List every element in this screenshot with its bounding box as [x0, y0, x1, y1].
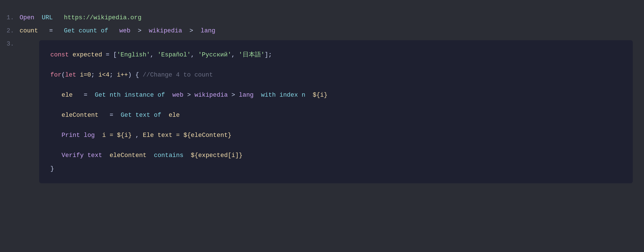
url-value: https://wikipedia.org — [64, 14, 141, 21]
line-2-content: count = Get count of web > wikipedia > l… — [20, 26, 644, 36]
line-2: 2. count = Get count of web > wikipedia … — [0, 24, 644, 37]
closing-brace: } — [50, 163, 54, 175]
i-var-init: i=0 — [80, 70, 91, 81]
url-keyword: URL — [42, 14, 53, 21]
line-3: 3. const expected = ['English', 'Español… — [0, 37, 644, 188]
path-wikipedia: wikipedia — [149, 27, 182, 34]
expected-var: expected — [72, 49, 102, 61]
const-line: const expected = ['English', 'Español', … — [50, 48, 622, 61]
open-keyword: Open — [20, 14, 34, 21]
ele-content-var: eleContent — [62, 110, 98, 121]
template-i: ${i} — [313, 90, 328, 101]
ele-arrow-1: > — [187, 90, 191, 101]
print-comma: , — [135, 130, 139, 141]
path-lang: lang — [201, 27, 215, 34]
string-russian: 'Русский' — [198, 49, 231, 61]
brace-open: { — [135, 70, 139, 81]
brace-close-line: } — [50, 162, 622, 175]
line-number-3: 3. — [0, 39, 20, 49]
get-text-keyword: Get text of — [121, 110, 161, 121]
get-count-keyword: Get count of — [64, 27, 108, 34]
line-3-content: const expected = ['English', 'Español', … — [20, 39, 644, 186]
print-ele: Ele text = ${eleContent} — [143, 130, 231, 141]
verify-keyword: Verify text — [62, 150, 102, 161]
code-block: const expected = ['English', 'Español', … — [39, 40, 633, 183]
line-number-1: 1. — [0, 13, 20, 23]
ele-path-lang: lang — [239, 90, 254, 101]
code-editor: 1. Open URL https://wikipedia.org 2. cou… — [0, 6, 644, 252]
with-index-keyword: with index n — [261, 90, 305, 101]
array-open: [ — [113, 49, 117, 61]
ele-op: = — [84, 90, 87, 101]
string-japanese: '日本語' — [239, 49, 264, 61]
verify-ele-content: eleContent — [110, 150, 147, 161]
get-nth-keyword: Get nth instance of — [95, 90, 165, 101]
ele-var: ele — [62, 90, 73, 101]
string-espanol: 'Español' — [158, 49, 191, 61]
for-keyword: for — [50, 70, 62, 81]
const-op: = — [106, 49, 109, 61]
arrow-2: > — [189, 27, 193, 34]
line-number-2: 2. — [0, 26, 20, 36]
print-i: i = ${i} — [102, 130, 132, 141]
string-english: 'English' — [117, 49, 150, 61]
line-1: 1. Open URL https://wikipedia.org — [0, 11, 644, 24]
for-args: ( — [62, 70, 65, 81]
ele-content-line: eleContent = Get text of ele — [50, 108, 622, 122]
path-web: web — [119, 27, 130, 34]
ele-path-web: web — [172, 90, 184, 101]
ele-content-op: = — [110, 110, 113, 121]
verify-line: Verify text eleContent contains ${expect… — [50, 149, 622, 162]
count-var: count — [20, 27, 38, 34]
ele-line: ele = Get nth instance of web > wikipedi… — [50, 88, 622, 102]
print-keyword: Print log — [62, 130, 95, 141]
contains-keyword: contains — [154, 150, 184, 161]
equals-op: = — [49, 27, 53, 34]
let-keyword: let — [65, 70, 76, 81]
ele-arrow-2: > — [231, 90, 235, 101]
print-line: Print log i = ${i} , Ele text = ${eleCon… — [50, 129, 622, 142]
arrow-1: > — [138, 27, 142, 34]
for-line: for(let i=0; i<4; i++) { //Change 4 to c… — [50, 68, 622, 82]
array-close: ]; — [265, 49, 272, 61]
line-1-content: Open URL https://wikipedia.org — [20, 13, 644, 23]
ele-path-wikipedia: wikipedia — [194, 90, 228, 101]
const-keyword: const — [50, 49, 69, 61]
ele-ref: ele — [169, 110, 180, 121]
comment: //Change 4 to count — [143, 70, 213, 81]
template-expected: ${expected[i]} — [191, 150, 243, 161]
